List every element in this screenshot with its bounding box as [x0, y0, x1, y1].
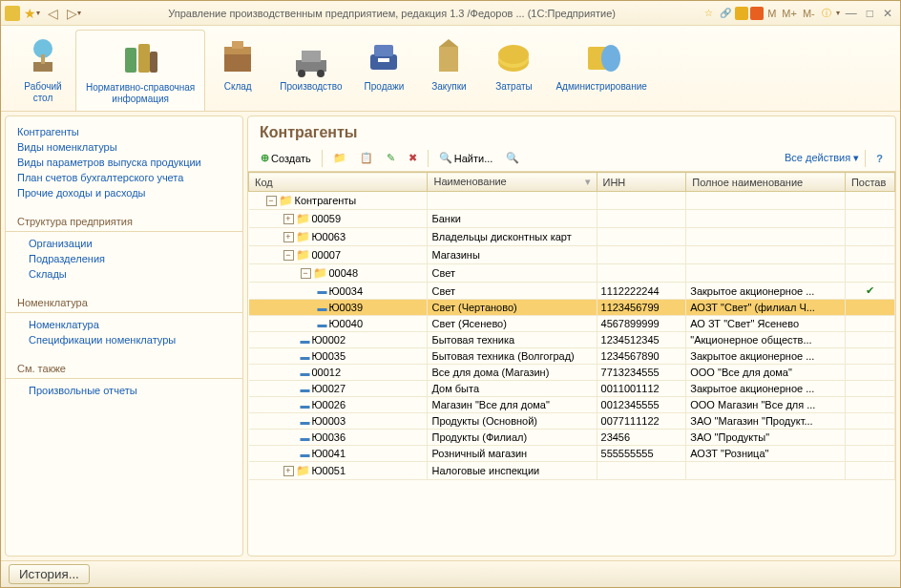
sidebar-link[interactable]: Виды номенклатуры [6, 139, 242, 155]
check-cell [845, 332, 894, 348]
inn-cell: 0012345555 [597, 397, 686, 413]
sidebar-link[interactable]: Организации [6, 236, 242, 251]
name-cell: Дом быта [428, 381, 597, 397]
check-cell [845, 446, 894, 462]
table-row[interactable]: ▬ Ю0027Дом быта0011001112Закрытое акцион… [249, 381, 895, 397]
toolbar-item-6[interactable]: Затраты [481, 30, 546, 111]
sidebar-link[interactable]: Номенклатура [6, 317, 242, 332]
sidebar-link[interactable]: Виды параметров выпуска продукции [6, 155, 242, 170]
edit-button[interactable]: ✎ [382, 149, 400, 167]
inn-cell: 555555555 [597, 446, 686, 462]
name-cell: Владельцы дисконтных карт [428, 228, 597, 246]
table-row[interactable]: ▬ Ю0035Бытовая техника (Волгоград)123456… [249, 348, 895, 365]
full-cell: Закрытое акционерное ... [686, 348, 846, 365]
code-text: Ю0035 [312, 350, 346, 362]
sidebar-link[interactable]: Подразделения [6, 251, 242, 266]
table-row[interactable]: ▬ Ю0002Бытовая техника1234512345"Акционе… [249, 332, 895, 348]
check-cell [845, 228, 894, 246]
toolbar-item-1[interactable]: Нормативно-справочнаяинформация [75, 30, 205, 111]
tree-toggle[interactable]: + [283, 214, 294, 224]
copy-icon: 📋 [360, 152, 373, 164]
toolbar-item-2[interactable]: Склад [205, 30, 270, 111]
calendar-icon[interactable] [750, 7, 764, 20]
new-folder-button[interactable]: 📁 [328, 149, 351, 167]
code-text: Ю0063 [312, 231, 346, 242]
m-minus-btn[interactable]: M- [801, 8, 817, 19]
table-row[interactable]: ▬ Ю0003Продукты (Основной)0077111122ЗАО … [249, 413, 895, 430]
sidebar-link[interactable]: Спецификации номенклатуры [6, 332, 242, 347]
table-row[interactable]: + 📁 00059Банки [249, 210, 895, 228]
toolbar-item-4[interactable]: Продажи [351, 30, 416, 111]
table-row[interactable]: ▬ Ю0040Свет (Ясенево)4567899999АО ЗТ "Св… [249, 316, 895, 332]
sidebar-link[interactable]: Контрагенты [6, 124, 242, 139]
column-header[interactable]: Постав [845, 173, 894, 192]
table-row[interactable]: ▬ 00012Все для дома (Магазин)7713234555О… [249, 365, 895, 381]
check-cell [845, 413, 894, 430]
svg-rect-6 [224, 52, 251, 72]
minimize-btn[interactable]: — [842, 7, 861, 20]
create-button[interactable]: ⊕ Создать [256, 149, 316, 167]
toolbar-icon [20, 33, 66, 79]
table-row[interactable]: − 📁 00048Свет [249, 264, 895, 283]
table-row[interactable]: ▬ Ю0041Розничный магазин555555555АОЗТ "Р… [249, 446, 895, 462]
table-row[interactable]: ▬ Ю0039Свет (Чертаново)1123456799АОЗТ "С… [249, 300, 895, 316]
tree-toggle[interactable]: + [283, 466, 294, 476]
tree-toggle[interactable]: + [283, 232, 294, 242]
nav-back[interactable]: ◁ [43, 4, 62, 23]
help-button[interactable]: ? [871, 150, 888, 167]
links-icon[interactable]: 🔗 [718, 6, 733, 21]
clear-search-icon: 🔍 [506, 152, 519, 164]
all-actions-button[interactable]: Все действия ▾ [785, 152, 859, 164]
tree-toggle[interactable]: − [301, 268, 311, 279]
history-button[interactable]: История... [9, 564, 90, 584]
toolbar-item-7[interactable]: Администрирование [546, 30, 656, 111]
column-header[interactable]: ИНН [597, 173, 686, 192]
m-btn[interactable]: M [765, 8, 778, 19]
delete-icon: ✖ [409, 152, 417, 164]
column-header[interactable]: Полное наименование [686, 173, 846, 192]
table-row[interactable]: ▬ Ю0026Магазин "Все для дома"0012345555О… [249, 397, 895, 413]
column-header[interactable]: Код [249, 173, 428, 192]
star-icon[interactable]: ☆ [701, 6, 716, 21]
info-icon[interactable]: ⓘ [819, 6, 834, 21]
toolbar-item-5[interactable]: Закупки [416, 30, 481, 111]
copy-button[interactable]: 📋 [355, 149, 378, 167]
sidebar-link[interactable]: План счетов бухгалтерского учета [6, 170, 242, 185]
calc-icon[interactable] [735, 7, 748, 20]
sidebar-link[interactable]: Прочие доходы и расходы [6, 185, 242, 200]
table-row[interactable]: ▬ Ю0034Свет1112222244Закрытое акционерно… [249, 283, 895, 300]
name-cell: Бытовая техника (Волгоград) [428, 348, 597, 365]
tree-toggle[interactable]: − [283, 250, 294, 261]
sidebar-link[interactable]: Склады [6, 266, 242, 282]
svg-point-12 [317, 70, 325, 77]
clear-find-button[interactable]: 🔍 [501, 149, 524, 167]
nav-forward[interactable]: ▷▾ [64, 4, 83, 23]
item-icon: ▬ [301, 351, 310, 362]
full-cell: АОЗТ "Розница" [686, 446, 846, 462]
find-button[interactable]: 🔍 Найти... [434, 149, 498, 167]
table-row[interactable]: − 📁 Контрагенты [249, 192, 895, 210]
inn-cell: 7713234555 [597, 365, 686, 381]
toolbar-item-0[interactable]: Рабочийстол [10, 30, 75, 111]
name-cell: Магазин "Все для дома" [428, 397, 597, 413]
folder-icon: 📁 [296, 248, 310, 262]
sidebar-link[interactable]: Произвольные отчеты [6, 383, 242, 398]
table-row[interactable]: + 📁 Ю0063Владельцы дисконтных карт [249, 228, 895, 246]
tree-toggle[interactable]: − [266, 196, 277, 206]
maximize-btn[interactable]: □ [863, 7, 877, 20]
delete-button[interactable]: ✖ [404, 149, 422, 167]
check-cell: ✔ [845, 283, 894, 300]
table-row[interactable]: − 📁 00007Магазины [249, 246, 895, 264]
fav-dropdown[interactable]: ★▾ [22, 4, 41, 23]
toolbar-item-3[interactable]: Производство [270, 30, 351, 111]
code-text: Ю0002 [312, 334, 346, 346]
svg-point-21 [601, 45, 620, 72]
table-row[interactable]: ▬ Ю0036Продукты (Филиал)23456ЗАО "Продук… [249, 430, 895, 446]
separator [322, 150, 323, 167]
table-wrapper[interactable]: КодНаименование ▾ИННПолное наименованиеП… [248, 172, 895, 556]
column-header[interactable]: Наименование ▾ [428, 173, 597, 192]
m-plus-btn[interactable]: M+ [780, 8, 799, 19]
close-btn[interactable]: ✕ [879, 7, 896, 20]
folder-icon: 📁 [296, 464, 310, 477]
table-row[interactable]: + 📁 Ю0051Налоговые инспекции [249, 462, 895, 480]
